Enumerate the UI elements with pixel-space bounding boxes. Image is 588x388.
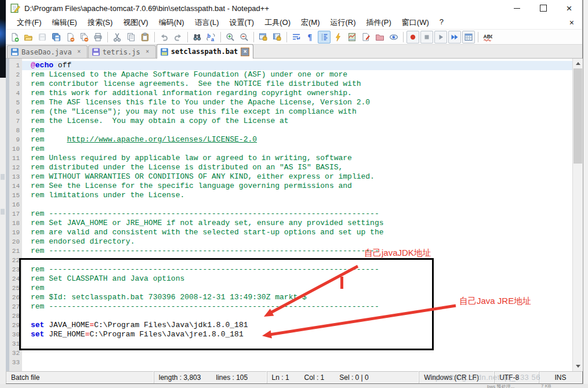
menu-language[interactable]: 语言(L) (190, 16, 224, 29)
toolbar-separator (187, 32, 188, 42)
save-icon[interactable] (36, 31, 49, 43)
paste-icon[interactable] (139, 31, 151, 43)
menu-run[interactable]: 运行(R) (325, 16, 361, 29)
code-line-5[interactable]: 5rem The ASF licenses this file to You u… (6, 98, 572, 107)
status-insert-mode[interactable]: INS (539, 371, 582, 383)
code-line-15[interactable]: 15rem limitations under the License. (6, 191, 572, 200)
open-icon[interactable] (22, 31, 35, 43)
file-monitor-icon[interactable] (387, 31, 400, 43)
code-line-2[interactable]: 2rem Licensed to the Apache Software Fou… (6, 70, 572, 79)
sync-scroll-vertical-icon[interactable] (257, 31, 270, 43)
new-file-icon[interactable] (8, 31, 21, 43)
code-line-20[interactable]: 20rem endorsed directory. (6, 237, 572, 246)
vertical-scrollbar[interactable] (572, 59, 583, 371)
indent-guide-icon[interactable] (318, 31, 331, 43)
tab-close-icon[interactable]: × (75, 48, 84, 56)
tab-tetris-js[interactable]: tetris.js× (88, 45, 156, 58)
code-line-26[interactable]: 26rem $Id: setclasspath.bat 730396 2008-… (6, 293, 572, 302)
document-map-icon[interactable] (346, 31, 358, 43)
tab-close-icon[interactable]: × (241, 48, 249, 56)
show-all-chars-icon[interactable]: ¶ (304, 31, 317, 43)
find-icon[interactable] (191, 31, 204, 43)
copy-icon[interactable] (125, 31, 137, 43)
menu-macro[interactable]: 宏(M) (296, 16, 325, 29)
minimize-button[interactable] (504, 0, 530, 16)
sync-scroll-horizontal-icon[interactable] (271, 31, 284, 43)
menu-help[interactable]: ? (434, 16, 449, 29)
code-line-6[interactable]: 6rem (the "License"); you may not use th… (6, 107, 572, 117)
code-line-13[interactable]: 13rem WITHOUT WARRANTIES OR CONDITIONS O… (6, 172, 572, 182)
code-line-27[interactable]: 27rem ----------------------------------… (6, 302, 572, 311)
tab-basedao-java[interactable]: BaseDao.java× (7, 45, 88, 58)
status-encoding[interactable]: UTF-8 (494, 371, 539, 383)
status-eol-format[interactable]: Windows (CR LF) (419, 371, 494, 383)
code-line-28[interactable]: 28 (6, 311, 572, 321)
menu-view[interactable]: 视图(V) (118, 16, 153, 29)
close-file-icon[interactable] (64, 31, 77, 43)
cut-icon[interactable] (111, 31, 124, 43)
code-line-25[interactable]: 25rem (6, 284, 572, 293)
zoom-in-icon[interactable] (224, 31, 237, 43)
code-line-8[interactable]: 8rem (6, 126, 572, 135)
redo-icon[interactable] (172, 31, 184, 43)
function-completion-icon[interactable] (332, 31, 344, 43)
save-all-icon[interactable] (50, 31, 63, 43)
panel-close-icon[interactable]: × (569, 18, 574, 27)
macro-run-multiple-icon[interactable] (448, 31, 461, 43)
maximize-icon (540, 5, 547, 12)
code-line-23[interactable]: 23rem ----------------------------------… (6, 265, 572, 274)
code-line-30[interactable]: 30set JRE_HOME=C:\Program Files\Java\jre… (6, 330, 572, 339)
tab-close-icon[interactable]: × (143, 48, 152, 56)
menu-tools[interactable]: 工具(O) (259, 16, 296, 29)
code-line-18[interactable]: 18rem Set JAVA_HOME or JRE_HOME if not a… (6, 219, 572, 228)
spell-check-icon[interactable]: ABC (481, 31, 494, 43)
editor-area[interactable]: 1@echo off2rem Licensed to the Apache So… (6, 59, 583, 371)
print-icon[interactable] (92, 31, 104, 43)
macro-stop-icon[interactable] (420, 31, 433, 43)
code-line-4[interactable]: 4rem this work for additional informatio… (6, 89, 572, 98)
scroll-down-icon[interactable] (573, 361, 583, 371)
menu-plugins[interactable]: 插件(P) (361, 16, 397, 29)
code-line-11[interactable]: 11rem Unless required by applicable law … (6, 154, 572, 163)
menu-edit[interactable]: 编辑(E) (47, 16, 82, 29)
menu-file[interactable]: 文件(F) (12, 16, 47, 29)
code-line-21[interactable]: 21rem ----------------------------------… (6, 246, 572, 256)
code-line-10[interactable]: 10rem (6, 144, 572, 154)
code-line-29[interactable]: 29set JAVA_HOME=C:\Program Files\Java\jd… (6, 321, 572, 330)
close-button[interactable]: × (556, 0, 582, 16)
code-line-12[interactable]: 12rem distributed under the License is d… (6, 163, 572, 172)
macro-play-icon[interactable] (434, 31, 447, 43)
code-line-16[interactable]: 16 (6, 200, 572, 209)
word-wrap-icon[interactable] (290, 31, 303, 43)
macro-record-icon[interactable] (406, 31, 419, 43)
document-switcher-icon[interactable] (360, 31, 372, 43)
tab-setclasspath-bat[interactable]: setclasspath.bat× (157, 44, 254, 59)
code-line-3[interactable]: 3rem contributor license agreements. See… (6, 79, 572, 89)
scrollbar-thumb[interactable] (574, 68, 582, 164)
code-line-22[interactable]: 22 (6, 256, 572, 265)
code-line-19[interactable]: 19rem are valid and consistent with the … (6, 228, 572, 237)
code-line-1[interactable]: 1@echo off (6, 61, 572, 70)
close-all-icon[interactable] (78, 31, 90, 43)
menu-settings[interactable]: 设置(T) (224, 16, 260, 29)
code-line-32[interactable]: 32 (6, 349, 572, 358)
code-line-17[interactable]: 17rem ----------------------------------… (6, 209, 572, 219)
code-line-31[interactable]: 31 (6, 339, 572, 349)
code-line-14[interactable]: 14rem See the License for the specific l… (6, 182, 572, 191)
maximize-button[interactable] (530, 0, 556, 16)
code-line-33[interactable]: 33 (6, 358, 572, 367)
unsaved-state-floppy-icon (11, 48, 19, 56)
code-line-7[interactable]: 7rem the License. You may obtain a copy … (6, 117, 572, 126)
menu-search[interactable]: 搜索(S) (82, 16, 118, 29)
scroll-up-icon[interactable] (573, 59, 583, 68)
code-line-9[interactable]: 9rem http://www.apache.org/licenses/LICE… (6, 135, 572, 144)
folder-as-workspace-icon[interactable] (373, 31, 386, 43)
undo-icon[interactable] (158, 31, 170, 43)
macro-save-icon[interactable] (462, 31, 475, 43)
menu-window[interactable]: 窗口(W) (397, 16, 434, 29)
menu-encoding[interactable]: 编码(N) (154, 16, 190, 29)
code-line-24[interactable]: 24rem Set CLASSPATH and Java options (6, 274, 572, 284)
code-lines[interactable]: 1@echo off2rem Licensed to the Apache So… (6, 61, 572, 367)
replace-icon[interactable]: ba (205, 31, 217, 43)
zoom-out-icon[interactable] (238, 31, 251, 43)
